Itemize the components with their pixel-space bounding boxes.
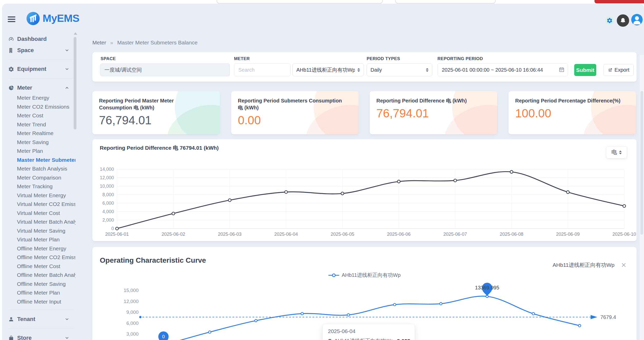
sidebar-item-meter-batch-analysis[interactable]: Meter Batch Analysis <box>2 164 75 173</box>
sidebar-item-label: Tenant <box>17 316 35 323</box>
svg-text:2025-06-10: 2025-06-10 <box>612 232 636 237</box>
sidebar-item-label: Dashboard <box>17 36 47 42</box>
energy-unit-select[interactable]: 电 <box>606 146 627 158</box>
svg-text:6,000: 6,000 <box>102 201 114 206</box>
sidebar-item-space[interactable]: Space <box>2 45 78 56</box>
reporting-period-input[interactable] <box>437 63 568 76</box>
sidebar-item-offline-meter-batch-analysis[interactable]: Offline Meter Batch Analysis <box>2 271 75 280</box>
browser-tab[interactable] <box>395 0 496 4</box>
svg-text:13369.995: 13369.995 <box>475 285 499 290</box>
sidebar-item-meter-energy[interactable]: Meter Energy <box>2 93 75 102</box>
pie-chart-icon <box>8 85 14 91</box>
submit-button[interactable]: Submit <box>574 64 596 76</box>
svg-text:2025-06-04: 2025-06-04 <box>274 232 298 237</box>
divider <box>9 60 74 60</box>
sidebar-item-offline-meter-input[interactable]: Offline Meter Input <box>2 297 75 306</box>
divider <box>9 78 74 79</box>
calendar-icon[interactable] <box>559 67 564 72</box>
legend-marker-icon <box>328 273 339 277</box>
sidebar-item-offline-meter-plan[interactable]: Offline Meter Plan <box>2 288 75 297</box>
export-button[interactable]: Export <box>603 64 634 76</box>
updown-arrows-icon <box>619 150 622 154</box>
series-dot-icon <box>328 339 332 340</box>
sidebar-scroll-up-icon[interactable] <box>74 32 77 35</box>
sidebar-item-virtual-meter-plan[interactable]: Virtual Meter Plan <box>2 235 75 244</box>
sidebar-item-tenant[interactable]: Tenant <box>2 314 78 325</box>
sidebar-item-equipment[interactable]: Equipment <box>2 63 78 75</box>
stat-card-percentage-difference: Reporting Period Percentage Difference(%… <box>509 91 636 134</box>
user-icon <box>8 316 14 322</box>
notifications-button[interactable] <box>617 14 629 27</box>
sidebar-item-meter-saving[interactable]: Meter Saving <box>2 138 75 147</box>
sidebar-item-meter-co2-emissions[interactable]: Meter CO2 Emissions <box>2 102 75 111</box>
legend-item[interactable]: AHb11进线柜正向有功Wp <box>92 272 637 279</box>
sidebar-item-offline-meter-energy[interactable]: Offline Meter Energy <box>2 244 75 253</box>
svg-text:2025-06-05: 2025-06-05 <box>331 232 354 237</box>
svg-text:2025-06-06: 2025-06-06 <box>387 232 411 237</box>
sidebar-item-virtual-meter-saving[interactable]: Virtual Meter Saving <box>2 226 75 235</box>
meter-search-input[interactable] <box>234 63 290 76</box>
sidebar-item-dashboard[interactable]: Dashboard <box>2 33 78 45</box>
close-icon[interactable] <box>621 262 626 268</box>
gear-icon <box>8 66 14 72</box>
svg-text:0: 0 <box>162 334 165 339</box>
user-avatar[interactable] <box>631 14 643 25</box>
space-label: SPACE <box>101 56 116 61</box>
sidebar-item-meter-trend[interactable]: Meter Trend <box>2 120 75 129</box>
breadcrumb-section[interactable]: Meter <box>92 40 106 45</box>
menu-toggle-button[interactable] <box>8 16 16 23</box>
sidebar-item-offline-meter-cost[interactable]: Offline Meter Cost <box>2 262 75 271</box>
svg-text:4,000: 4,000 <box>102 209 114 214</box>
sidebar-item-virtual-meter-co2-emissions[interactable]: Virtual Meter CO2 Emissions <box>2 200 75 209</box>
legend-label: AHb11进线柜正向有功Wp <box>342 272 401 279</box>
period-types-value: Daily <box>370 67 423 73</box>
sidebar-item-meter-tracking[interactable]: Meter Tracking <box>2 182 75 191</box>
stat-card-master-consumption: Reporting Period Master Meter Consumptio… <box>92 91 220 134</box>
svg-text:0: 0 <box>111 226 114 231</box>
selected-meter-label: AHb11进线柜正向有功Wp <box>553 261 614 269</box>
chevron-up-icon <box>65 86 69 90</box>
tooltip-date: 2025-06-04 <box>328 328 409 334</box>
sidebar-item-virtual-meter-energy[interactable]: Virtual Meter Energy <box>2 191 75 200</box>
updown-arrows-icon <box>426 68 428 72</box>
shopping-bag-icon <box>8 335 14 340</box>
svg-text:14,000: 14,000 <box>100 167 114 172</box>
space-input[interactable] <box>100 63 230 76</box>
export-button-label: Export <box>614 67 629 73</box>
difference-chart[interactable]: 02,0004,0006,0008,00010,00012,00014,0002… <box>92 139 637 241</box>
sidebar-item-virtual-meter-cost[interactable]: Virtual Meter Cost <box>2 209 75 218</box>
energy-unit-value: 电 <box>611 148 617 156</box>
page-scrollbar-thumb[interactable] <box>640 91 643 235</box>
filter-panel: SPACE METER AHb11进线柜正向有功Wp PERIOD TYPES … <box>92 52 637 82</box>
svg-text:2025-06-02: 2025-06-02 <box>162 232 185 237</box>
updown-arrows-icon <box>357 68 360 72</box>
sidebar-item-meter-cost[interactable]: Meter Cost <box>2 111 75 120</box>
settings-button[interactable] <box>606 16 614 25</box>
sidebar-item-meter-realtime[interactable]: Meter Realtime <box>2 129 75 138</box>
sidebar-scrollbar[interactable] <box>74 37 76 129</box>
sidebar: DashboardSpaceEquipmentMeterMeter Energy… <box>2 33 78 340</box>
stat-title: Reporting Period Percentage Difference(%… <box>515 97 623 104</box>
meter-select-value: AHb11进线柜正向有功Wp <box>296 67 355 73</box>
browser-tab[interactable] <box>217 0 383 4</box>
sidebar-item-label: Space <box>17 47 34 54</box>
sidebar-item-store[interactable]: Store <box>2 332 78 340</box>
svg-text:6,000: 6,000 <box>126 320 139 326</box>
period-types-select[interactable]: Daily <box>367 63 432 76</box>
brand-name[interactable]: MyEMS <box>43 12 79 24</box>
page-scrollbar[interactable] <box>639 55 644 340</box>
sidebar-item-meter-comparison[interactable]: Meter Comparison <box>2 173 75 182</box>
divider <box>9 328 74 329</box>
gear-icon <box>607 17 613 24</box>
svg-text:9,000: 9,000 <box>126 309 139 315</box>
sidebar-item-offline-meter-saving[interactable]: Offline Meter Saving <box>2 280 75 289</box>
svg-text:12,000: 12,000 <box>124 299 139 304</box>
sidebar-item-virtual-meter-batch-analysis[interactable]: Virtual Meter Batch Analysis <box>2 218 75 226</box>
sidebar-item-meter-plan[interactable]: Meter Plan <box>2 147 75 156</box>
sidebar-item-meter[interactable]: Meter <box>2 82 78 93</box>
browser-red-button[interactable] <box>594 0 644 3</box>
stat-title: Reporting Period Difference 电 (kWh) <box>376 97 484 104</box>
sidebar-item-master-meter-submeters-balance[interactable]: Master Meter Submeters Balance <box>2 156 75 165</box>
sidebar-item-offline-meter-co2-emissions[interactable]: Offline Meter CO2 Emissions <box>2 253 75 262</box>
meter-select[interactable]: AHb11进线柜正向有功Wp <box>292 63 364 76</box>
